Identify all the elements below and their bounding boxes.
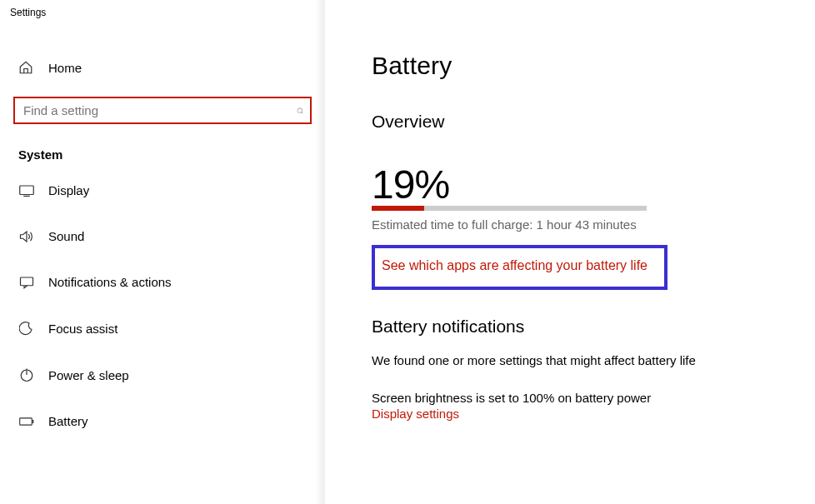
battery-percent: 19% (372, 162, 798, 207)
sidebar-item-focus-assist[interactable]: Focus assist (13, 309, 312, 347)
sound-icon (18, 230, 35, 243)
sidebar-item-notifications[interactable]: Notifications & actions (13, 263, 312, 301)
page-title: Battery (372, 52, 798, 80)
home-label: Home (48, 61, 82, 75)
display-icon (18, 185, 35, 197)
battery-progress (372, 206, 647, 211)
sidebar-item-sound[interactable]: Sound (13, 217, 312, 255)
home-icon (18, 60, 35, 75)
sidebar-item-label: Focus assist (48, 322, 118, 336)
sidebar-item-power-sleep[interactable]: Power & sleep (13, 356, 312, 394)
sidebar-item-label: Sound (48, 229, 84, 243)
svg-rect-6 (32, 419, 33, 422)
power-icon (18, 367, 35, 382)
display-settings-link[interactable]: Display settings (372, 407, 459, 421)
apps-link-highlight: See which apps are affecting your batter… (372, 245, 668, 290)
svg-rect-0 (20, 186, 34, 195)
home-nav[interactable]: Home (13, 48, 312, 87)
sidebar-item-display[interactable]: Display (13, 172, 312, 209)
search-box[interactable]: ⌕ (13, 97, 312, 124)
sidebar-item-label: Notifications & actions (48, 275, 172, 289)
sidebar-item-label: Display (48, 183, 89, 197)
focus-assist-icon (18, 321, 35, 336)
search-icon: ⌕ (292, 107, 305, 114)
battery-progress-fill (372, 206, 424, 211)
notifications-icon (18, 276, 35, 289)
sidebar-section-heading: System (13, 147, 312, 162)
brightness-text: Screen brightness is set to 100% on batt… (372, 391, 798, 405)
main-content: Battery Overview 19% Estimated time to f… (325, 0, 815, 504)
battery-notifications-text: We found one or more settings that might… (372, 353, 798, 367)
sidebar: Settings Home ⌕ System Display (0, 0, 325, 504)
svg-rect-5 (20, 417, 32, 424)
search-input[interactable] (23, 103, 295, 117)
app-title: Settings (0, 0, 325, 22)
sidebar-item-label: Power & sleep (48, 368, 129, 382)
battery-icon (18, 417, 35, 427)
charge-estimate: Estimated time to full charge: 1 hour 43… (372, 217, 798, 232)
sidebar-item-battery[interactable]: Battery (13, 402, 312, 440)
apps-affecting-link[interactable]: See which apps are affecting your batter… (382, 258, 648, 272)
overview-heading: Overview (372, 112, 798, 132)
svg-rect-2 (21, 277, 33, 286)
sidebar-item-label: Battery (48, 414, 88, 428)
battery-notifications-heading: Battery notifications (372, 317, 798, 337)
